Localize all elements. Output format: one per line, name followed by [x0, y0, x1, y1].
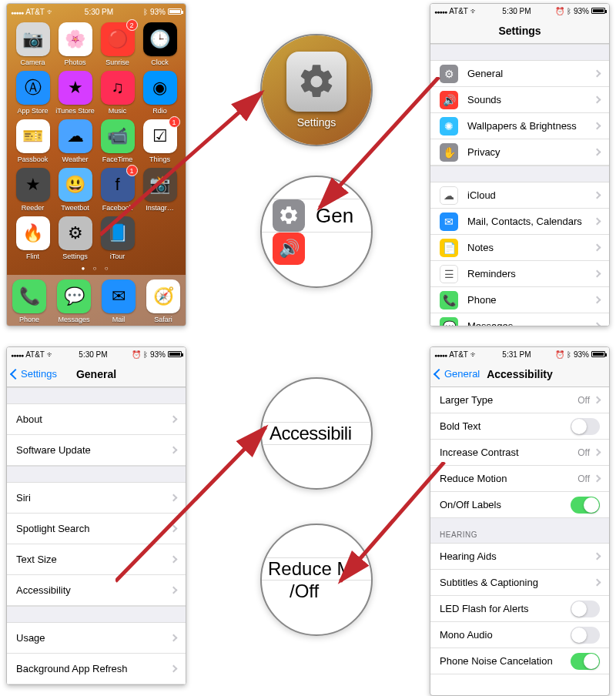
row-reduce-motion[interactable]: Reduce MotionOff	[430, 466, 609, 492]
app-label: Phone	[19, 316, 39, 323]
app-facebook[interactable]: f1Facebook	[98, 168, 137, 212]
back-button[interactable]: Settings	[12, 368, 57, 380]
chevron-icon	[594, 296, 601, 304]
app-sunrise[interactable]: 🔴2Sunrise	[98, 22, 137, 66]
app-weather[interactable]: ☁Weather	[55, 119, 95, 163]
settings-row-reminders[interactable]: ☰Reminders	[430, 261, 609, 287]
magnifier-general-row: Gen 🔊	[260, 176, 373, 288]
app-reeder[interactable]: ★Reeder	[13, 168, 52, 212]
chevron-icon	[170, 665, 178, 673]
app-tweetbot[interactable]: 😃Tweetbot	[55, 168, 95, 212]
row-about[interactable]: About	[7, 404, 186, 435]
row-spotlight-search[interactable]: Spotlight Search	[7, 514, 186, 544]
row-icon: ✉	[440, 212, 458, 231]
settings-row-messages[interactable]: 💬Messages	[430, 313, 609, 326]
row-accessibility[interactable]: Accessibility	[7, 575, 186, 606]
app-music[interactable]: ♫Music	[98, 71, 137, 115]
nav-title: Settings	[498, 25, 541, 37]
row-bold-text[interactable]: Bold Text	[430, 413, 609, 440]
row-siri[interactable]: Siri	[7, 483, 186, 514]
row-icon: 📄	[440, 239, 458, 257]
app-camera[interactable]: 📷Camera	[13, 22, 52, 66]
app-clock[interactable]: 🕒Clock	[140, 22, 179, 66]
app-passbook[interactable]: 🎫Passbook	[13, 119, 52, 163]
toggle[interactable]	[571, 627, 600, 644]
app-label: Mail	[112, 316, 126, 323]
app-itunesstore[interactable]: ★iTunes Store	[55, 71, 95, 115]
row-software-update[interactable]: Software Update	[7, 435, 186, 466]
app-flint[interactable]: 🔥Flint	[13, 216, 52, 260]
row-subtitles-captioning[interactable]: Subtitles & Captioning	[430, 570, 609, 596]
app-itour[interactable]: 📘iTour	[98, 216, 137, 260]
magnifier-label: Gen	[316, 204, 353, 228]
app-icon: ★	[59, 71, 92, 105]
app-icon: 📹	[101, 119, 135, 153]
row-label: Notes	[467, 242, 594, 253]
settings-row-phone[interactable]: 📞Phone	[430, 287, 609, 313]
app-label: App Store	[17, 107, 48, 115]
row-on-off-labels[interactable]: On/Off Labels	[430, 492, 609, 518]
row-background-app-refresh[interactable]: Background App Refresh	[7, 654, 186, 684]
row-label: Messages	[467, 320, 594, 326]
dock-app-messages[interactable]: 💬Messages	[57, 279, 91, 323]
app-settings[interactable]: ⚙Settings	[55, 216, 95, 260]
toggle[interactable]	[571, 601, 600, 617]
app-photos[interactable]: 🌸Photos	[55, 22, 95, 66]
row-phone-noise-cancelation[interactable]: Phone Noise Cancelation	[430, 648, 609, 674]
row-label: Usage	[16, 632, 171, 644]
settings-row-general[interactable]: ⚙General	[430, 61, 609, 87]
app-label: Safari	[154, 316, 172, 323]
dock-app-mail[interactable]: ✉Mail	[102, 279, 136, 323]
carrier-label: AT&T	[449, 7, 468, 15]
bt-icon: ᛒ	[567, 350, 571, 359]
battery-icon	[168, 351, 182, 357]
row-increase-contrast[interactable]: Increase ContrastOff	[430, 440, 609, 466]
row-text-size[interactable]: Text Size	[7, 544, 186, 575]
app-grid: 📷Camera🌸Photos🔴2Sunrise🕒ClockⒶApp Store★…	[7, 18, 186, 260]
app-things[interactable]: ☑1Things	[140, 119, 179, 163]
toggle[interactable]	[571, 418, 600, 435]
app-label: Things	[149, 156, 170, 163]
row-label: Privacy	[467, 146, 594, 158]
settings-row-wallpapers-brightness[interactable]: ✺Wallpapers & Brightness	[430, 113, 609, 139]
chevron-icon	[170, 634, 178, 642]
dock-app-safari[interactable]: 🧭Safari	[146, 279, 180, 323]
settings-row-mail-contacts-calendars[interactable]: ✉Mail, Contacts, Calendars	[430, 209, 609, 235]
back-button[interactable]: General	[435, 368, 480, 380]
app-label: Photos	[64, 59, 85, 66]
hearing-header: HEARING	[430, 518, 609, 544]
row-led-flash-for-alerts[interactable]: LED Flash for Alerts	[430, 596, 609, 622]
row-usage[interactable]: Usage	[7, 623, 186, 654]
settings-row-sounds[interactable]: 🔊Sounds	[430, 87, 609, 113]
toggle[interactable]	[571, 497, 600, 514]
row-label: Sounds	[467, 94, 594, 105]
battery-pct: 93%	[574, 7, 589, 15]
row-label: iCloud	[467, 189, 594, 201]
row-mono-audio[interactable]: Mono Audio	[430, 622, 609, 648]
row-larger-type[interactable]: Larger TypeOff	[430, 387, 609, 413]
row-label: Hearing Aids	[440, 550, 594, 562]
magnifier-accessibility-row: Accessibili	[260, 377, 373, 490]
page-dots[interactable]: ● ○ ○	[7, 265, 186, 272]
app-icon: 💬	[57, 279, 91, 313]
row-label: Phone Noise Cancelation	[440, 655, 571, 667]
app-instagr[interactable]: 📸Instagr…	[140, 168, 179, 212]
app-label: Flint	[26, 253, 39, 260]
app-facetime[interactable]: 📹FaceTime	[98, 119, 137, 163]
row-hearing-aids[interactable]: Hearing Aids	[430, 544, 609, 570]
app-icon: f1	[101, 168, 135, 202]
settings-row-privacy[interactable]: ✋Privacy	[430, 139, 609, 166]
chevron-icon	[170, 494, 178, 502]
nav-title: General	[76, 368, 116, 380]
toggle[interactable]	[571, 653, 600, 670]
settings-row-notes[interactable]: 📄Notes	[430, 235, 609, 261]
dock-app-phone[interactable]: 📞Phone	[12, 279, 46, 323]
row-label: Reduce Motion	[440, 473, 578, 484]
settings-row-icloud[interactable]: ☁iCloud	[430, 182, 609, 209]
app-appstore[interactable]: ⒶApp Store	[13, 71, 52, 115]
bt-icon: ᛒ	[143, 8, 148, 16]
row-label: Spotlight Search	[16, 523, 171, 534]
dock: 📞Phone💬Messages✉Mail🧭Safari	[7, 275, 186, 326]
app-rdio[interactable]: ◉Rdio	[140, 71, 179, 115]
app-icon: ☑1	[143, 119, 177, 153]
